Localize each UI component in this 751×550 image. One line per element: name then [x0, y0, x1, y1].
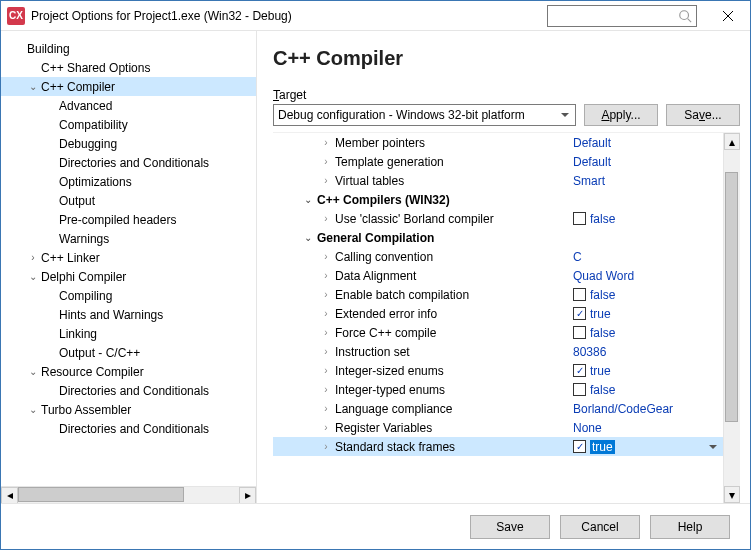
chevron-right-icon[interactable]: › — [319, 422, 333, 433]
property-value[interactable]: 80386 — [573, 345, 723, 359]
indent: › — [273, 308, 333, 319]
chevron-right-icon[interactable]: › — [319, 270, 333, 281]
tree-item[interactable]: C++ Shared Options — [1, 58, 256, 77]
save-button[interactable]: Save — [470, 515, 550, 539]
chevron-right-icon[interactable]: › — [319, 213, 333, 224]
chevron-right-icon[interactable]: › — [319, 384, 333, 395]
property-value[interactable]: true — [573, 440, 723, 454]
property-row[interactable]: ⌄C++ Compilers (WIN32) — [273, 190, 723, 209]
checkbox[interactable] — [573, 307, 586, 320]
chevron-right-icon[interactable]: › — [319, 156, 333, 167]
property-value[interactable]: None — [573, 421, 723, 435]
chevron-down-icon[interactable]: ⌄ — [301, 194, 315, 205]
checkbox[interactable] — [573, 383, 586, 396]
category-tree[interactable]: BuildingC++ Shared Options⌄C++ CompilerA… — [1, 39, 256, 486]
property-row[interactable]: ›Enable batch compilationfalse — [273, 285, 723, 304]
property-row[interactable]: ›Member pointersDefault — [273, 133, 723, 152]
scroll-track[interactable] — [18, 487, 239, 504]
checkbox[interactable] — [573, 212, 586, 225]
grid-vscrollbar[interactable]: ▴ ▾ — [723, 133, 740, 503]
checkbox[interactable] — [573, 364, 586, 377]
scroll-down-icon[interactable]: ▾ — [724, 486, 740, 503]
checkbox[interactable] — [573, 326, 586, 339]
tree-item[interactable]: Directories and Conditionals — [1, 419, 256, 438]
chevron-right-icon[interactable]: › — [319, 365, 333, 376]
chevron-right-icon[interactable]: › — [319, 308, 333, 319]
tree-item[interactable]: Compiling — [1, 286, 256, 305]
property-value[interactable]: Default — [573, 136, 723, 150]
property-row[interactable]: ›Register VariablesNone — [273, 418, 723, 437]
property-row[interactable]: ›Language complianceBorland/CodeGear — [273, 399, 723, 418]
property-row[interactable]: ›Instruction set80386 — [273, 342, 723, 361]
property-row[interactable]: ›Calling conventionC — [273, 247, 723, 266]
property-row[interactable]: ›Force C++ compilefalse — [273, 323, 723, 342]
tree-item[interactable]: ⌄Delphi Compiler — [1, 267, 256, 286]
cancel-button[interactable]: Cancel — [560, 515, 640, 539]
tree-item[interactable]: Compatibility — [1, 115, 256, 134]
tree-item[interactable]: Debugging — [1, 134, 256, 153]
property-row[interactable]: ›Extended error infotrue — [273, 304, 723, 323]
apply-button[interactable]: Apply... — [584, 104, 658, 126]
scroll-track[interactable] — [724, 150, 740, 486]
tree-item[interactable]: Building — [1, 39, 256, 58]
tree-item[interactable]: ⌄C++ Compiler — [1, 77, 256, 96]
chevron-right-icon[interactable]: › — [319, 137, 333, 148]
property-row[interactable]: ⌄General Compilation — [273, 228, 723, 247]
property-value[interactable]: C — [573, 250, 723, 264]
tree-item[interactable]: Pre-compiled headers — [1, 210, 256, 229]
property-value[interactable]: Default — [573, 155, 723, 169]
sidebar-hscrollbar[interactable]: ◂ ▸ — [1, 486, 256, 503]
property-row[interactable]: ›Use 'classic' Borland compilerfalse — [273, 209, 723, 228]
property-value[interactable]: Smart — [573, 174, 723, 188]
scroll-right-icon[interactable]: ▸ — [239, 487, 256, 504]
checkbox[interactable] — [573, 440, 586, 453]
property-value[interactable]: Borland/CodeGear — [573, 402, 723, 416]
chevron-down-icon[interactable] — [709, 445, 717, 453]
tree-item[interactable]: Output — [1, 191, 256, 210]
tree-item[interactable]: Output - C/C++ — [1, 343, 256, 362]
chevron-right-icon[interactable]: › — [319, 251, 333, 262]
property-value[interactable]: false — [573, 288, 723, 302]
scroll-thumb[interactable] — [725, 172, 738, 422]
property-row[interactable]: ›Data AlignmentQuad Word — [273, 266, 723, 285]
property-value[interactable]: false — [573, 212, 723, 226]
property-row[interactable]: ›Integer-sized enumstrue — [273, 361, 723, 380]
tree-item[interactable]: Warnings — [1, 229, 256, 248]
tree-item[interactable]: Advanced — [1, 96, 256, 115]
property-row[interactable]: ›Integer-typed enumsfalse — [273, 380, 723, 399]
help-button[interactable]: Help — [650, 515, 730, 539]
property-value[interactable]: false — [573, 326, 723, 340]
property-row[interactable]: ›Virtual tablesSmart — [273, 171, 723, 190]
chevron-down-icon[interactable]: ⌄ — [301, 232, 315, 243]
property-row[interactable]: ›Standard stack framestrue — [273, 437, 723, 456]
tree-item[interactable]: ⌄Turbo Assembler — [1, 400, 256, 419]
tree-item[interactable]: ⌄Resource Compiler — [1, 362, 256, 381]
property-value[interactable]: true — [573, 307, 723, 321]
tree-item[interactable]: Directories and Conditionals — [1, 153, 256, 172]
property-value[interactable]: false — [573, 383, 723, 397]
tree-item[interactable]: Optimizations — [1, 172, 256, 191]
chevron-right-icon[interactable]: › — [319, 327, 333, 338]
scroll-up-icon[interactable]: ▴ — [724, 133, 740, 150]
property-value[interactable]: true — [573, 364, 723, 378]
property-value[interactable]: Quad Word — [573, 269, 723, 283]
chevron-right-icon[interactable]: › — [319, 403, 333, 414]
search-input[interactable] — [547, 5, 697, 27]
save-target-button[interactable]: Save... — [666, 104, 740, 126]
indent: ⌄ — [273, 232, 315, 243]
close-button[interactable] — [705, 1, 750, 31]
checkbox[interactable] — [573, 288, 586, 301]
property-row[interactable]: ›Template generationDefault — [273, 152, 723, 171]
scroll-left-icon[interactable]: ◂ — [1, 487, 18, 504]
chevron-right-icon[interactable]: › — [319, 289, 333, 300]
target-select[interactable]: Debug configuration - Windows 32-bit pla… — [273, 104, 576, 126]
property-grid[interactable]: ›Member pointersDefault›Template generat… — [273, 133, 723, 503]
tree-item[interactable]: Directories and Conditionals — [1, 381, 256, 400]
tree-item[interactable]: ›C++ Linker — [1, 248, 256, 267]
scroll-thumb[interactable] — [18, 487, 184, 502]
chevron-right-icon[interactable]: › — [319, 441, 333, 452]
chevron-right-icon[interactable]: › — [319, 346, 333, 357]
tree-item[interactable]: Hints and Warnings — [1, 305, 256, 324]
chevron-right-icon[interactable]: › — [319, 175, 333, 186]
tree-item[interactable]: Linking — [1, 324, 256, 343]
